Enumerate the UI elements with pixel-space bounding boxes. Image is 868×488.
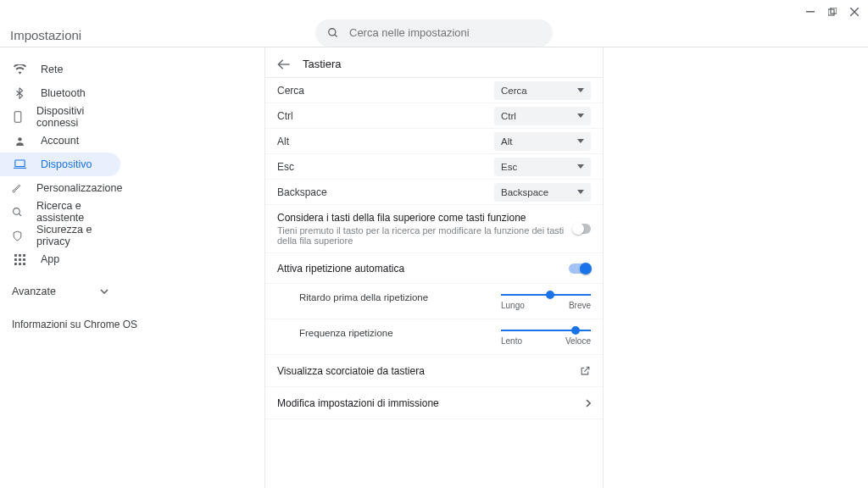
window-minimize-icon[interactable] [805,7,815,17]
key-label: Backspace [277,186,327,198]
svg-line-6 [335,34,337,36]
top-row-fn-toggle[interactable] [573,224,591,234]
sidebar-item-label: Rete [41,64,63,75]
sidebar: Rete Bluetooth Dispositivi connessi Acco… [0,47,203,488]
rate-slider-row: Frequenza ripetizione Lento Veloce [265,319,603,355]
top-row-fn-setting: Considera i tasti della fila superiore c… [265,205,603,253]
back-button[interactable] [277,58,291,70]
svg-rect-18 [23,258,25,261]
chevron-down-icon [577,88,584,92]
key-remap-row-alt: Alt Alt [265,129,603,154]
select-value: Alt [501,136,512,147]
svg-point-11 [14,208,20,214]
sidebar-item-apps[interactable]: App [0,247,120,271]
sidebar-advanced-toggle[interactable]: Avanzate [0,280,120,303]
search-input[interactable] [349,26,541,39]
bluetooth-icon [12,87,27,99]
external-link-icon [580,365,591,376]
slider-label: Ritardo prima della ripetizione [299,291,428,302]
svg-line-12 [19,214,21,216]
sidebar-item-search-assistant[interactable]: Ricerca e assistente [0,200,120,224]
svg-rect-21 [23,263,25,265]
advanced-label: Avanzate [12,286,56,297]
chevron-down-icon [577,114,584,118]
laptop-icon [12,159,27,169]
sidebar-item-label: Account [41,135,79,147]
sidebar-item-label: Ricerca e assistente [36,200,103,224]
svg-rect-20 [19,263,21,265]
auto-repeat-setting: Attiva ripetizione automatica [265,253,603,284]
slider-max-label: Veloce [565,336,591,346]
brush-icon [12,183,23,194]
key-label: Cerca [277,85,304,97]
slider-min-label: Lungo [501,301,525,310]
select-value: Esc [501,162,517,172]
rate-slider[interactable]: Lento Veloce [501,326,591,346]
setting-subtitle: Tieni premuto il tasto per la ricerca pe… [277,225,573,246]
search-icon [12,207,23,218]
key-remap-select-backspace[interactable]: Backspace [494,183,591,202]
svg-point-8 [18,137,21,141]
setting-title: Attiva ripetizione automatica [277,263,404,274]
sidebar-item-network[interactable]: Rete [0,58,120,81]
wifi-icon [12,64,27,75]
window-maximize-icon[interactable] [827,7,837,17]
sidebar-item-label: Dispositivo [41,158,92,170]
key-label: Esc [277,161,294,173]
chevron-down-icon [100,289,108,294]
setting-title: Considera i tasti della fila superiore c… [277,212,573,224]
svg-rect-17 [19,258,21,261]
input-settings-link[interactable]: Modifica impostazioni di immissione [265,387,603,419]
key-remap-select-alt[interactable]: Alt [494,132,591,151]
page-title: Tastiera [303,58,342,70]
chevron-right-icon [586,399,591,408]
delay-slider[interactable]: Lungo Breve [501,291,591,310]
svg-rect-14 [19,254,21,257]
sidebar-item-bluetooth[interactable]: Bluetooth [0,81,120,105]
key-remap-row-backspace: Backspace Backspace [265,180,603,205]
chevron-down-icon [577,139,584,143]
key-remap-row-esc: Esc Esc [265,154,603,180]
key-label: Alt [277,136,289,147]
sidebar-item-label: Personalizzazione [36,182,122,194]
sidebar-item-label: Dispositivi connessi [36,105,103,129]
svg-rect-19 [14,263,17,265]
svg-rect-9 [14,160,24,167]
key-remap-row-search: Cerca Cerca [265,78,603,103]
svg-rect-0 [806,11,815,13]
svg-rect-15 [23,254,25,257]
select-value: Cerca [501,86,527,96]
key-remap-row-ctrl: Ctrl Ctrl [265,103,603,129]
app-header: Impostazioni [0,24,868,47]
key-remap-select-esc[interactable]: Esc [494,158,591,176]
about-chromeos-link[interactable]: Informazioni su Chrome OS [0,319,203,330]
search-box[interactable] [315,19,553,47]
view-shortcuts-link[interactable]: Visualizza scorciatoie da tastiera [265,355,603,387]
sidebar-item-connected-devices[interactable]: Dispositivi connessi [0,105,120,129]
settings-page: Tastiera Cerca Cerca Ctrl Ctrl [264,47,604,488]
sidebar-item-account[interactable]: Account [0,129,120,152]
sidebar-item-privacy[interactable]: Sicurezza e privacy [0,224,120,247]
slider-label: Frequenza ripetizione [299,326,393,338]
link-label: Modifica impostazioni di immissione [277,397,439,409]
delay-slider-row: Ritardo prima della ripetizione Lungo Br… [265,284,603,319]
chevron-down-icon [577,190,584,194]
key-label: Ctrl [277,110,293,122]
apps-icon [12,254,27,265]
sidebar-item-personalization[interactable]: Personalizzazione [0,176,120,200]
svg-rect-16 [14,258,17,261]
link-label: Visualizza scorciatoie da tastiera [277,365,425,377]
key-remap-select-ctrl[interactable]: Ctrl [494,107,591,125]
sidebar-item-device[interactable]: Dispositivo [0,152,120,176]
slider-max-label: Breve [569,301,591,310]
key-remap-select-search[interactable]: Cerca [494,81,591,100]
sidebar-item-label: Sicurezza e privacy [36,224,103,247]
window-close-icon[interactable] [849,7,860,17]
select-value: Ctrl [501,111,516,121]
slider-min-label: Lento [501,336,522,346]
svg-point-5 [329,28,336,35]
auto-repeat-toggle[interactable] [569,263,591,274]
select-value: Backspace [501,187,548,197]
search-icon [327,27,339,39]
phone-icon [12,111,23,123]
